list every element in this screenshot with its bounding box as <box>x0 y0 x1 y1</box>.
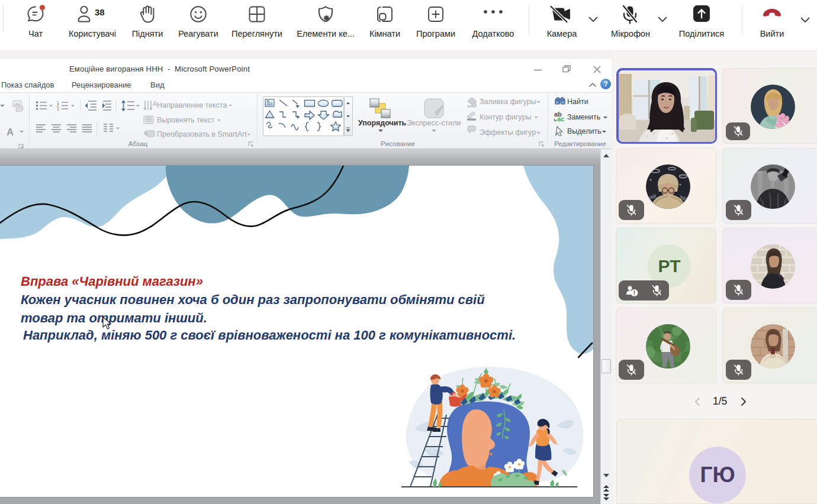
svg-text:Направление текста: Направление текста <box>157 101 227 109</box>
svg-text:Аа: Аа <box>14 102 21 107</box>
svg-text:ac: ac <box>557 115 564 122</box>
svg-text:3: 3 <box>57 107 59 111</box>
svg-text:A: A <box>7 127 14 138</box>
svg-text:Преобразовать в SmartArt: Преобразовать в SmartArt <box>157 130 247 138</box>
svg-text:Выровнять текст: Выровнять текст <box>157 116 215 124</box>
